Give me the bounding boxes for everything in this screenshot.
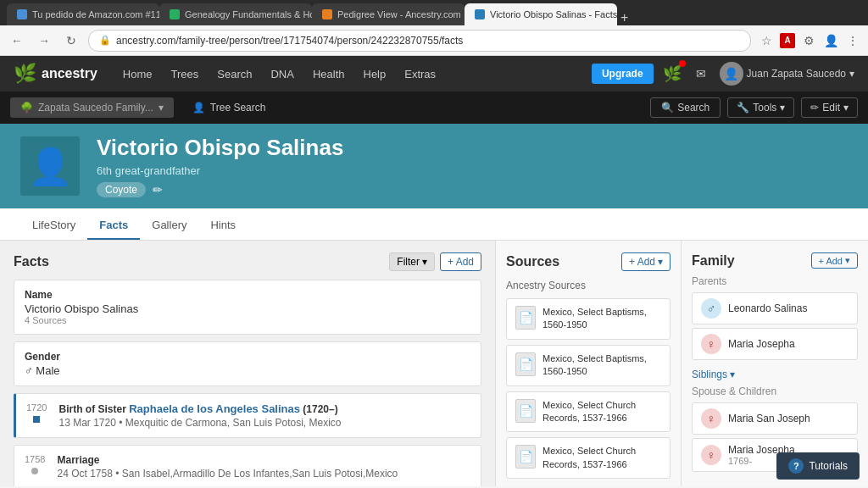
tag-edit-icon[interactable]: ✏ bbox=[153, 183, 163, 197]
facts-add-button[interactable]: + Add bbox=[440, 252, 481, 271]
ancestry-nav: 🌿 ancestry Home Trees Search DNA Health … bbox=[0, 56, 868, 92]
sources-section-title: Ancestry Sources bbox=[506, 280, 670, 291]
source-item-2[interactable]: 📄 Mexico, Select Baptisms, 1560-1950 bbox=[506, 345, 670, 386]
new-tab-button[interactable]: + bbox=[617, 10, 632, 25]
fact-marriage: 1758 Marriage 24 Oct 1758 • San Isabel,A… bbox=[14, 445, 481, 486]
ancestry-logo: 🌿 ancestry bbox=[14, 63, 97, 85]
sub-nav: 🌳 Zapata Saucedo Family... ▾ 👤 Tree Sear… bbox=[0, 92, 868, 124]
browser-tabs: Tu pedido de Amazon.com #114... ✕ Geneal… bbox=[0, 0, 868, 25]
avatar-silhouette-icon: 👤 bbox=[28, 146, 72, 187]
nav-home[interactable]: Home bbox=[114, 64, 161, 84]
profile-name: Victorio Obispo Salinas bbox=[97, 135, 848, 161]
source-item-1[interactable]: 📄 Mexico, Select Baptisms, 1560-1950 bbox=[506, 298, 670, 340]
family-add-chevron: ▾ bbox=[845, 255, 850, 266]
tools-label: Tools bbox=[753, 102, 776, 114]
forward-button[interactable]: → bbox=[34, 30, 54, 51]
nav-search[interactable]: Search bbox=[209, 64, 260, 84]
tab-pedigree[interactable]: Pedigree View - Ancestry.com ✕ bbox=[312, 3, 465, 25]
siblings-link[interactable]: Siblings ▾ bbox=[692, 369, 858, 380]
source-doc-icon-2: 📄 bbox=[515, 352, 536, 376]
sources-add-label: + Add bbox=[629, 256, 655, 268]
parent-maria-josepha-name: Maria Josepha bbox=[728, 338, 795, 350]
family-add-label: + Add bbox=[819, 256, 843, 266]
extensions-icon[interactable]: ⚙ bbox=[800, 32, 817, 49]
fact-timeline-birth: 1720 Birth of Sister Raphaela de los Ang… bbox=[26, 402, 470, 429]
source-doc-icon-4: 📄 bbox=[515, 445, 536, 469]
menu-icon[interactable]: ⋮ bbox=[844, 32, 861, 49]
fact-year-1720: 1720 bbox=[26, 402, 47, 413]
tools-button[interactable]: 🔧 Tools ▾ bbox=[727, 97, 794, 118]
family-tree-button[interactable]: 🌳 Zapata Saucedo Family... ▾ bbox=[10, 97, 174, 118]
fact-timeline-marriage: 1758 Marriage 24 Oct 1758 • San Isabel,A… bbox=[25, 454, 470, 480]
parent-leonardo[interactable]: ♂ Leonardo Salinas bbox=[692, 292, 858, 324]
edit-button[interactable]: ✏ Edit ▾ bbox=[801, 97, 858, 118]
nav-extras[interactable]: Extras bbox=[396, 64, 444, 84]
pdf-icon[interactable]: A bbox=[780, 33, 795, 48]
nav-health[interactable]: Health bbox=[304, 64, 353, 84]
spouse-children-title: Spouse & Children bbox=[692, 385, 858, 397]
address-bar-row: ← → ↻ 🔒 ancestry.com/family-tree/person/… bbox=[0, 25, 868, 56]
nav-help[interactable]: Help bbox=[355, 64, 395, 84]
user-menu-chevron: ▾ bbox=[849, 68, 854, 80]
back-button[interactable]: ← bbox=[7, 30, 27, 51]
user-icon[interactable]: 👤 bbox=[822, 32, 839, 49]
search-nav-button[interactable]: 🔍 Search bbox=[650, 97, 721, 118]
edit-label: Edit bbox=[822, 102, 840, 114]
parent-maria-josepha[interactable]: ♀ Maria Josepha bbox=[692, 328, 858, 360]
notification-dot bbox=[679, 60, 686, 67]
address-bar[interactable]: 🔒 ancestry.com/family-tree/person/tree/1… bbox=[88, 30, 751, 52]
profile-tag-coyote: Coyote bbox=[97, 182, 146, 197]
family-add-button[interactable]: + Add ▾ bbox=[811, 252, 858, 269]
fact-name-sources: 4 Sources bbox=[25, 315, 470, 325]
profile-relation: 6th great-grandfather bbox=[97, 164, 848, 177]
sources-add-button[interactable]: + Add ▾ bbox=[621, 252, 670, 271]
user-menu[interactable]: 👤 Juan Zapata Saucedo ▾ bbox=[720, 62, 854, 86]
tab-facts[interactable]: Facts bbox=[87, 212, 140, 240]
parent-leonardo-avatar: ♂ bbox=[701, 298, 721, 319]
nav-trees[interactable]: Trees bbox=[163, 64, 208, 84]
tab-genealogy[interactable]: Genealogy Fundamentals & How... ✕ bbox=[159, 3, 312, 25]
year-dot-1758 bbox=[31, 468, 38, 474]
tab-hints[interactable]: Hints bbox=[198, 212, 248, 240]
fact-marriage-content: Marriage 24 Oct 1758 • San Isabel,Armadi… bbox=[57, 454, 470, 480]
fact-gender-value: ♂ Male bbox=[25, 364, 470, 377]
tab-gallery[interactable]: Gallery bbox=[140, 212, 198, 240]
tab-lifestory[interactable]: LifeStory bbox=[20, 212, 87, 240]
search-nav-label: Search bbox=[677, 102, 709, 114]
mail-icon[interactable]: ✉ bbox=[689, 62, 713, 86]
sources-column: Sources + Add ▾ Ancestry Sources 📄 Mexic… bbox=[495, 241, 682, 486]
tab-favicon-genealogy bbox=[170, 9, 180, 19]
family-tree-chevron: ▾ bbox=[159, 102, 164, 114]
raphaela-link[interactable]: Raphaela de los Angeles Salinas bbox=[129, 402, 300, 415]
edit-icon: ✏ bbox=[810, 102, 819, 114]
spouse-maria-san-joseph[interactable]: ♀ Maria San Joseph bbox=[692, 402, 858, 435]
source-item-4[interactable]: 📄 Mexico, Select Church Records, 1537-19… bbox=[506, 437, 670, 479]
address-text: ancestry.com/family-tree/person/tree/171… bbox=[116, 35, 740, 47]
tree-search-button[interactable]: 👤 Tree Search bbox=[184, 97, 275, 118]
tree-search-icon: 👤 bbox=[192, 102, 205, 114]
facts-actions: Filter ▾ + Add bbox=[389, 252, 481, 271]
profile-banner: 👤 Victorio Obispo Salinas 6th great-gran… bbox=[0, 124, 868, 208]
spouse-name-1: Maria San Joseph bbox=[728, 413, 810, 424]
tutorials-button[interactable]: ? Tutorials bbox=[776, 452, 860, 480]
source-item-3[interactable]: 📄 Mexico, Select Church Records, 1537-19… bbox=[506, 391, 670, 433]
sources-header: Sources + Add ▾ bbox=[506, 252, 670, 271]
tab-amazon[interactable]: Tu pedido de Amazon.com #114... ✕ bbox=[7, 3, 159, 25]
tab-label-genealogy: Genealogy Fundamentals & How... bbox=[185, 9, 312, 19]
tools-chevron: ▾ bbox=[780, 102, 785, 114]
family-header: Family + Add ▾ bbox=[692, 252, 858, 269]
star-icon[interactable]: ☆ bbox=[758, 32, 775, 49]
fact-gender: Gender ♂ Male bbox=[14, 341, 481, 386]
fact-birth-content: Birth of Sister Raphaela de los Angeles … bbox=[58, 402, 470, 429]
upgrade-button[interactable]: Upgrade bbox=[592, 64, 654, 84]
nav-dna[interactable]: DNA bbox=[262, 64, 302, 84]
filter-button[interactable]: Filter ▾ bbox=[389, 252, 435, 271]
family-parents-section: Parents ♂ Leonardo Salinas ♀ Maria Josep… bbox=[692, 275, 858, 360]
source-text-2: Mexico, Select Baptisms, 1560-1950 bbox=[542, 352, 661, 379]
source-doc-icon-1: 📄 bbox=[515, 306, 536, 330]
reload-button[interactable]: ↻ bbox=[61, 30, 81, 51]
tree-icon: 🌳 bbox=[20, 102, 33, 114]
tab-facts[interactable]: Victorio Obispo Salinas - Facts ✕ bbox=[465, 3, 617, 25]
sub-nav-right: 🔍 Search 🔧 Tools ▾ ✏ Edit ▾ bbox=[650, 97, 858, 118]
user-name: Juan Zapata Saucedo bbox=[747, 68, 846, 80]
